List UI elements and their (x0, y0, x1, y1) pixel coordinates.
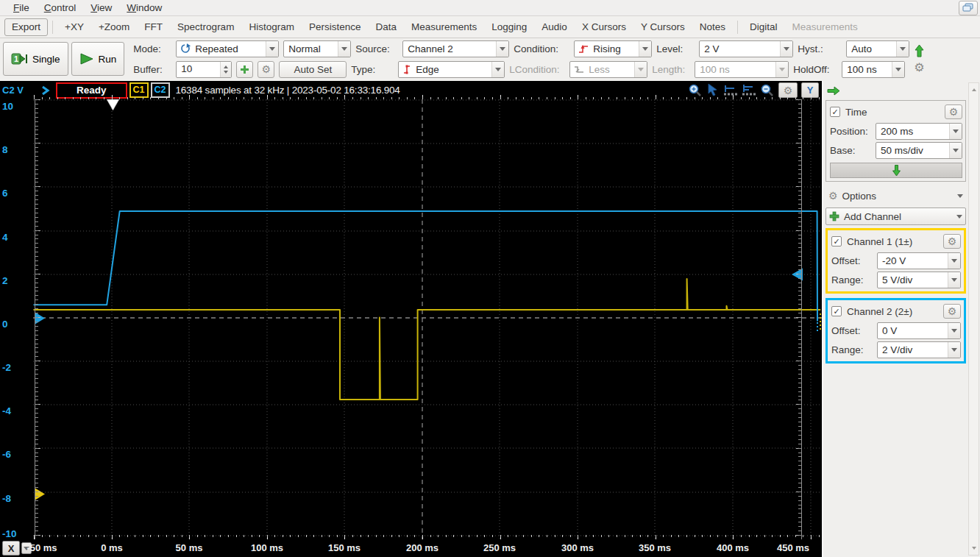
buffer-settings-button[interactable]: ⚙ (258, 61, 274, 78)
gear-icon: ⚙ (784, 85, 793, 96)
condition-label: Condition: (514, 43, 569, 54)
view-xy[interactable]: +XY (57, 21, 91, 32)
time-checkbox[interactable]: ✓ (830, 107, 840, 117)
trigger-condition-select[interactable]: Rising (574, 40, 652, 57)
buffer-label: Buffer: (133, 64, 171, 75)
waveform-canvas[interactable] (33, 99, 822, 539)
view-y-cursors[interactable]: Y Cursors (633, 21, 692, 32)
acquisition-mode-select[interactable]: Normal (283, 40, 351, 57)
menu-file[interactable]: File (6, 1, 37, 15)
buffer-spinbox[interactable]: 10 (176, 61, 232, 78)
view-toolbar: Export +XY +Zoom FFT Spectrogram Histogr… (0, 16, 980, 38)
collapse-chevron-icon[interactable] (41, 85, 50, 96)
dropdown-arrow-icon (639, 41, 651, 57)
hysteresis-label: Hyst.: (798, 43, 842, 54)
windows-button[interactable] (959, 1, 978, 15)
acquisition-info-text: 16384 samples at 32 kHz | 2023-05-02 16:… (176, 85, 689, 96)
y-tick-label: 8 (2, 144, 30, 155)
time-group-label: Time (845, 107, 945, 118)
x-tick-label: 400 ms (717, 542, 749, 553)
y-axis-channel-label[interactable]: C2 V (0, 85, 38, 96)
view-zoom[interactable]: +Zoom (91, 21, 137, 32)
view-digital[interactable]: Digital (742, 21, 785, 32)
channel2-offset-select[interactable]: 0 V (877, 322, 961, 339)
gear-icon: ⚙ (948, 306, 957, 316)
acquisition-toolbar: 1 Single Run Mode: Repeated (0, 38, 980, 81)
view-audio[interactable]: Audio (534, 21, 575, 32)
x-tick-label: 50 ms (176, 542, 203, 553)
time-position-select[interactable]: 200 ms (876, 123, 962, 140)
y-tick-label: 2 (2, 275, 30, 286)
time-base-select[interactable]: 50 ms/div (876, 142, 962, 159)
view-measurements[interactable]: Measurements (404, 21, 484, 32)
mode-select[interactable]: Repeated (176, 40, 279, 57)
channel1-offset-value: -20 V (878, 255, 948, 266)
scroll-up-icon[interactable] (970, 84, 978, 93)
view-x-cursors[interactable]: X Cursors (575, 21, 633, 32)
add-buffer-button[interactable] (236, 61, 253, 78)
holdoff-select[interactable]: 100 ns (842, 61, 905, 78)
channel1-settings-button[interactable]: ⚙ (943, 234, 961, 249)
repeat-icon (180, 43, 191, 54)
menu-control[interactable]: Control (37, 1, 84, 15)
y-tick-label: -10 (2, 528, 30, 539)
lcondition-label: LCondition: (509, 64, 565, 75)
time-position-value: 200 ms (876, 126, 949, 137)
channel1-offset-label: Offset: (831, 255, 877, 266)
auto-set-button[interactable]: Auto Set (279, 61, 347, 78)
export-button[interactable]: Export (4, 18, 48, 36)
panel-scrollbar[interactable] (968, 82, 979, 556)
trigger-type-select[interactable]: Edge (398, 61, 505, 78)
trigger-level-select[interactable]: 2 V (699, 40, 793, 57)
channel2-offset-label: Offset: (831, 325, 877, 336)
time-base-label: Base: (830, 145, 876, 156)
view-persistence[interactable]: Persistence (302, 21, 369, 32)
time-expand-button[interactable] (830, 163, 962, 178)
run-button[interactable]: Run (71, 42, 125, 76)
scope-plot-area[interactable]: 10 8 6 4 2 0 -2 -4 -6 -8 -10 (0, 99, 822, 539)
left-tick-ruler (35, 99, 40, 539)
channel1-range-select[interactable]: 5 V/div (877, 272, 961, 288)
dropdown-arrow-icon (892, 62, 904, 77)
trigger-source-select[interactable]: Channel 2 (402, 40, 509, 57)
source-label: Source: (355, 43, 398, 54)
channel1-checkbox[interactable]: ✓ (831, 236, 842, 246)
trigger-up-arrow-icon[interactable] (915, 45, 924, 57)
y-tick-label: -2 (2, 362, 30, 373)
channel2-checkbox[interactable]: ✓ (831, 306, 842, 316)
dropdown-arrow-icon (948, 323, 960, 338)
y-tick-label: -6 (2, 449, 30, 460)
menu-view[interactable]: View (83, 1, 119, 15)
trigger-position-marker[interactable] (107, 99, 119, 110)
view-histogram[interactable]: Histogram (241, 21, 302, 32)
channel1-offset-select[interactable]: -20 V (877, 252, 961, 269)
single-button[interactable]: 1 Single (3, 42, 68, 76)
trigger-condition-value: Rising (589, 43, 639, 54)
mode-label: Mode: (133, 43, 171, 54)
x-tick-label: 200 ms (406, 542, 438, 553)
spinner-arrows[interactable] (220, 62, 231, 77)
view-notes[interactable]: Notes (692, 21, 733, 32)
less-icon (574, 65, 584, 74)
time-settings-button[interactable]: ⚙ (945, 104, 962, 119)
options-row[interactable]: ⚙ Options (825, 187, 966, 205)
time-position-label: Position: (830, 126, 876, 137)
bottom-tick-ruler (33, 535, 820, 539)
channel2-settings-button[interactable]: ⚙ (943, 304, 961, 319)
scroll-down-icon[interactable] (970, 544, 978, 554)
expand-arrow-icon[interactable] (827, 86, 841, 96)
view-logging[interactable]: Logging (484, 21, 534, 32)
trigger-settings-gear-icon[interactable]: ⚙ (914, 62, 924, 74)
view-data[interactable]: Data (368, 21, 404, 32)
x-axis-button[interactable]: X (2, 541, 20, 556)
x-tick-label: -50 ms (26, 542, 57, 553)
add-channel-button[interactable]: Add Channel (825, 207, 966, 225)
menu-window[interactable]: Window (119, 1, 169, 15)
view-fft[interactable]: FFT (137, 21, 170, 32)
gear-icon: ⚙ (948, 236, 957, 246)
trigger-type-value: Edge (411, 64, 491, 75)
channel2-range-select[interactable]: 2 V/div (877, 341, 961, 358)
x-tick-label: 250 ms (483, 542, 516, 553)
hysteresis-select[interactable]: Auto (846, 40, 909, 57)
view-spectrogram[interactable]: Spectrogram (170, 21, 241, 32)
